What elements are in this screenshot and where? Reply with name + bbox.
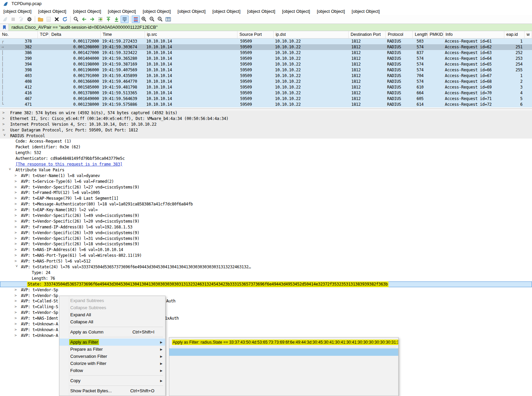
packet-row[interactable]: │403 0.001791000 19:41:59.435899 10.10.1…: [0, 73, 532, 79]
reload-icon[interactable]: [61, 16, 69, 23]
menubar-item[interactable]: [object Object]: [209, 7, 244, 15]
detail-tree-line[interactable]: >RADIUS Protocol: [0, 133, 532, 139]
column-header-protocol[interactable]: Protocol: [386, 31, 413, 38]
display-filter-input[interactable]: radius.Cisco_AVPair == "audit-session-id…: [9, 24, 532, 31]
detail-tree-line[interactable]: >AVP: t=Vendor-Specific(26) l=18 vnd=cis…: [0, 241, 532, 247]
context-menu-item[interactable]: Expand Subtrees: [59, 297, 165, 304]
detail-tree-line[interactable]: State: 333743504d53657373696f6e49443d304…: [0, 281, 532, 287]
context-menu-item[interactable]: Collapse All: [59, 318, 165, 325]
packet-row[interactable]: ┌378 0.001172000 19:41:59.272433 10.10.1…: [0, 39, 532, 44]
expander-icon[interactable]: >: [15, 207, 19, 213]
detail-tree-line[interactable]: >AVP: t=Vendor-Specific(26) l=39 vnd=cis…: [0, 230, 532, 236]
detail-tree-line[interactable]: >AVP: t=Framed-IP-Address(8) l=6 val=192…: [0, 224, 532, 230]
detail-tree-line[interactable]: >AVP: t=Service-Type(6) l=6 val=Framed(2…: [0, 179, 532, 184]
packet-row[interactable]: │390 0.001404000 19:41:59.365280 10.10.1…: [0, 56, 532, 61]
submenu-item[interactable]: [169, 356, 398, 363]
expander-icon[interactable]: >: [15, 304, 19, 310]
column-header-tcp-delta[interactable]: TCP Del: [38, 31, 49, 38]
capture-options-icon[interactable]: [25, 16, 33, 23]
context-menu-item[interactable]: Expand All: [59, 311, 165, 318]
column-header-length[interactable]: Length: [413, 31, 428, 38]
expander-icon[interactable]: >: [15, 173, 19, 179]
column-header-ip-dst[interactable]: ip.dst: [274, 31, 349, 38]
close-file-icon[interactable]: [53, 16, 61, 23]
go-to-top-icon[interactable]: [104, 16, 112, 23]
detail-tree-line[interactable]: Authenticator: cd9a64848149fd79bbf50ca04…: [0, 156, 532, 162]
column-header-source-port[interactable]: Source Port: [237, 31, 274, 38]
submenu-item[interactable]: [169, 371, 398, 378]
stop-capture-icon[interactable]: [9, 16, 17, 23]
column-header-info[interactable]: Info: [444, 31, 504, 38]
detail-tree-line[interactable]: >User Datagram Protocol, Src Port: 59509…: [0, 127, 532, 133]
expander-icon[interactable]: >: [15, 293, 19, 299]
detail-tree-line[interactable]: Length: 76: [0, 276, 532, 281]
context-menu-item[interactable]: Conversation Filter ▶: [59, 353, 165, 360]
column-header-eap-id[interactable]: eap.id: [504, 31, 525, 38]
expander-icon[interactable]: >: [15, 258, 19, 264]
expander-icon[interactable]: >: [15, 201, 19, 207]
context-menu-item[interactable]: Prepare as Filter ▶: [59, 346, 165, 353]
context-menu-item[interactable]: Colorize with Filter ▶: [59, 360, 165, 367]
expander-icon[interactable]: >: [15, 287, 19, 293]
detail-tree-line[interactable]: >Frame 382: 574 bytes on wire (4592 bits…: [0, 110, 532, 116]
packet-row[interactable]: │412 0.001585000 19:41:59.481798 10.10.1…: [0, 84, 532, 90]
detail-tree-line[interactable]: >AVP: t=EAP-Message(79) l=8 Last Segment…: [0, 196, 532, 201]
submenu-item[interactable]: [169, 348, 398, 356]
colorize-icon[interactable]: [132, 16, 140, 23]
expander-icon[interactable]: >: [15, 179, 19, 184]
detail-tree-line[interactable]: >Internet Protocol Version 4, Src: 10.10…: [0, 122, 532, 127]
packet-row[interactable]: │398 0.001196000 19:41:59.407569 10.10.1…: [0, 67, 532, 73]
expander-icon[interactable]: >: [15, 184, 19, 190]
detail-tree-line[interactable]: Code: Access-Request (1): [0, 139, 532, 144]
detail-tree-line[interactable]: >AVP: t=Vendor-Specific(26) l=31 vnd=cis…: [0, 236, 532, 242]
column-header-ip-src[interactable]: ip.src: [145, 31, 237, 38]
expander-icon[interactable]: >: [14, 265, 19, 269]
expander-icon[interactable]: >: [15, 310, 19, 316]
packet-row[interactable]: │394 0.001198000 19:41:59.387169 10.10.1…: [0, 61, 532, 67]
detail-tree-line[interactable]: Length: 532: [0, 150, 532, 156]
packet-row[interactable]: │416 0.001378000 19:41:59.513365 10.10.1…: [0, 90, 532, 96]
detail-tree-line[interactable]: >AVP: t=State(24) l=76 val=333743504d536…: [0, 264, 532, 270]
find-packet-icon[interactable]: [72, 16, 80, 23]
menubar-item[interactable]: [object Object]: [174, 7, 209, 15]
column-header-delta[interactable]: Delta: [49, 31, 101, 38]
menubar-item[interactable]: [object Object]: [70, 7, 104, 15]
packet-row[interactable]: │408 0.001366000 19:41:59.464770 10.10.1…: [0, 79, 532, 84]
detail-tree-line[interactable]: [The response to this request is in fram…: [0, 162, 532, 167]
expander-icon[interactable]: >: [15, 327, 19, 333]
context-menu-item[interactable]: Collapse Subtrees: [59, 304, 165, 311]
context-menu-item[interactable]: [70, 375, 163, 376]
expander-icon[interactable]: >: [15, 219, 19, 224]
menubar-item[interactable]: [object Object]: [139, 7, 174, 15]
go-back-icon[interactable]: [80, 16, 88, 23]
submenu-item[interactable]: [169, 363, 398, 371]
context-menu-item[interactable]: [70, 337, 163, 337]
go-to-packet-icon[interactable]: [96, 16, 104, 23]
detail-tree-line[interactable]: >AVP: t=Vendor-Specific(26) l=27 vnd=cis…: [0, 184, 532, 190]
expander-icon[interactable]: >: [15, 230, 19, 236]
expander-icon[interactable]: >: [1, 134, 7, 138]
column-header-partial[interactable]: w: [525, 31, 532, 38]
detail-tree-line[interactable]: >AVP: t=Vendor-Specific(26) l=49 vnd=cis…: [0, 213, 532, 219]
detail-tree-line[interactable]: >AVP: t=NAS-Port(5) l=6 val=512: [0, 258, 532, 264]
expander-icon[interactable]: >: [15, 333, 19, 339]
expander-icon[interactable]: >: [15, 247, 19, 253]
detail-tree-line[interactable]: >Attribute Value Pairs: [0, 167, 532, 173]
context-menu-item[interactable]: Show Packet Bytes... Ctrl+Shift+O: [59, 387, 165, 394]
expander-icon[interactable]: >: [15, 196, 19, 201]
detail-tree-line[interactable]: >AVP: t=Vendor-Sp: [0, 287, 532, 293]
menubar-item[interactable]: [object Object]: [104, 7, 139, 15]
context-menu-item[interactable]: Apply as Column Ctrl+Shift+I: [59, 328, 165, 336]
expander-icon[interactable]: >: [15, 224, 19, 230]
open-file-icon[interactable]: [36, 16, 45, 23]
detail-tree-line[interactable]: Packet identifier: 0x3e (62): [0, 144, 532, 150]
go-forward-icon[interactable]: [88, 16, 96, 23]
detail-tree-line[interactable]: Type: 24: [0, 270, 532, 276]
start-capture-icon[interactable]: [1, 16, 9, 23]
context-menu-item[interactable]: Copy ▶: [59, 377, 165, 384]
column-header-no[interactable]: No.: [0, 31, 38, 38]
packet-row[interactable]: →382 0.001208000 19:41:59.303674 10.10.1…: [0, 44, 532, 50]
save-file-icon[interactable]: [45, 16, 53, 23]
detail-tree-line[interactable]: >AVP: t=NAS-IP-Address(4) l=6 val=10.10.…: [0, 247, 532, 253]
detail-tree-line[interactable]: >AVP: t=Message-Authenticator(80) l=18 v…: [0, 201, 532, 207]
